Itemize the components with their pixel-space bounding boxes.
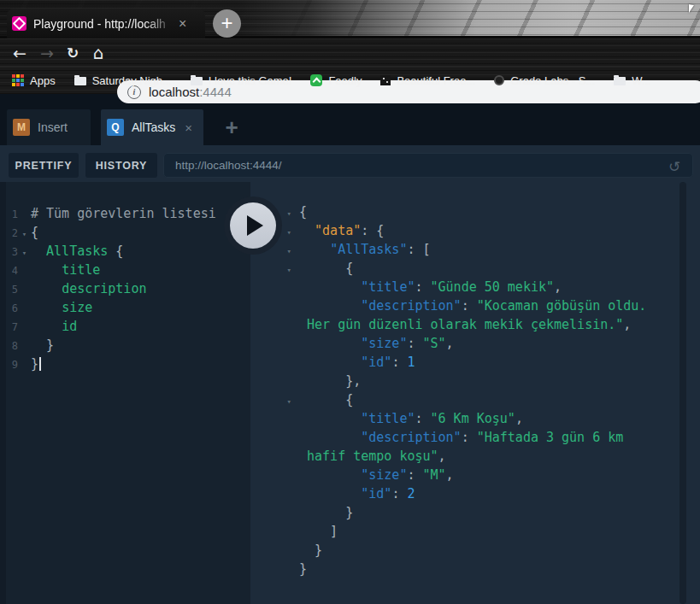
history-button[interactable]: HISTORY	[85, 153, 157, 178]
tab-close-icon[interactable]: ×	[179, 17, 186, 31]
code-token: }	[299, 542, 322, 558]
code-token: ]	[299, 524, 338, 539]
line-number: 2	[7, 224, 18, 243]
code-token: :	[407, 467, 422, 483]
code-token: Her gün düzenli olarak mekik çekmelisin.…	[299, 317, 623, 332]
bookmark-label: Apps	[30, 74, 56, 87]
forward-icon[interactable]: →	[34, 38, 60, 67]
bookmark-item[interactable]: W...	[614, 74, 650, 87]
editor-code-line: 3▾ AllTasks {	[0, 242, 250, 261]
code-token: ,	[515, 411, 523, 426]
code-token	[299, 430, 361, 445]
plus-icon: +	[221, 13, 232, 33]
code-token	[31, 243, 46, 259]
response-scrollbar[interactable]	[679, 182, 686, 604]
response-viewer[interactable]: ▾{▾ "data": {▾ "AllTasks": [▾ { "title":…	[250, 182, 700, 604]
reload-icon[interactable]: ↻	[60, 38, 85, 67]
code-token: :	[415, 279, 430, 295]
home-icon[interactable]: ⌂	[85, 38, 111, 67]
code-token	[299, 298, 361, 314]
bookmark-item[interactable]: Apps	[12, 74, 56, 87]
code-token: :	[462, 430, 477, 445]
editor-code-line: 2▾{	[0, 223, 250, 242]
fold-arrow-icon[interactable]: ▾	[18, 225, 31, 243]
code-token: # Tüm görevlerin listesi	[31, 206, 216, 221]
query-badge: Q	[107, 119, 124, 136]
editor-code-line: 8 }	[0, 336, 250, 355]
prettify-button[interactable]: PRETTIFY	[9, 153, 79, 178]
code-token: "Haftada 3 gün 6 km	[477, 430, 624, 445]
fold-arrow-icon[interactable]: ▾	[250, 261, 291, 279]
code-token: 1	[407, 355, 415, 370]
code-token: }	[31, 337, 54, 353]
browser-tab[interactable]: Playground - http://localh ×	[7, 9, 205, 38]
playground-content: 1# Tüm görevlerin listesi2▾{3▾ AllTasks …	[0, 182, 700, 604]
code-token: : [	[407, 242, 430, 257]
code-token: "Kocaman göbüşün oldu.	[477, 298, 647, 314]
response-code-line: "description": "Kocaman göbüşün oldu.	[250, 296, 700, 315]
code-token: "title"	[361, 411, 415, 426]
editor-code-line: 7 id	[0, 317, 250, 336]
folder-icon	[74, 77, 86, 85]
response-code-line: hafif tempo koşu",	[250, 447, 700, 466]
line-number: 5	[7, 280, 18, 299]
code-token: :	[391, 355, 407, 370]
new-tab-button[interactable]: +	[213, 9, 241, 38]
text-cursor	[39, 357, 41, 371]
code-token: {	[299, 392, 353, 408]
code-token: "Günde 50 mekik"	[431, 279, 555, 295]
code-token: AllTasks	[46, 243, 108, 259]
dark-app-icon	[380, 75, 391, 85]
line-number: 1	[7, 205, 18, 224]
code-token: size	[62, 300, 92, 315]
playground-tab-label: AllTasks	[132, 120, 175, 134]
fold-arrow-icon[interactable]: ▾	[250, 392, 291, 411]
endpoint-url: http://localhost:4444/	[175, 159, 282, 172]
back-icon[interactable]: ←	[7, 38, 32, 67]
refresh-schema-icon[interactable]: ↺	[665, 157, 684, 176]
code-token	[299, 279, 361, 295]
close-tab-icon[interactable]: ×	[185, 120, 192, 135]
code-token: ,	[446, 336, 454, 351]
folder-icon	[191, 77, 203, 85]
editor-code-line: 4 title	[0, 261, 250, 279]
play-icon	[247, 215, 263, 236]
query-editor[interactable]: 1# Tüm görevlerin listesi2▾{3▾ AllTasks …	[0, 182, 250, 604]
bookmark-item[interactable]: Saturday Nigh...	[74, 74, 172, 87]
code-token: ,	[623, 317, 631, 332]
response-code-line: ▾{	[250, 202, 700, 221]
playground-tab-insert[interactable]: M Insert	[7, 109, 91, 145]
response-code-line: "title": "6 Km Koşu",	[250, 409, 700, 428]
bookmark-label: Saturday Nigh...	[92, 74, 172, 87]
response-code-line: }	[250, 560, 700, 578]
code-token: "id"	[361, 355, 391, 370]
code-token: :	[407, 336, 422, 351]
line-number: 3	[7, 243, 18, 261]
playground-tab-alltasks[interactable]: Q AllTasks ×	[101, 109, 203, 145]
code-token: ,	[446, 467, 454, 483]
bookmark-item[interactable]: Grado Labs - S...	[494, 74, 595, 87]
code-token: }	[299, 505, 353, 520]
response-code-line: },	[250, 372, 700, 390]
bookmark-item[interactable]: Feedly	[310, 74, 362, 87]
response-code-line: ]	[250, 522, 700, 541]
bookmark-item[interactable]: I love this Game!	[191, 74, 292, 87]
endpoint-input[interactable]: http://localhost:4444/ ↺	[163, 153, 693, 178]
code-token: 2	[407, 486, 415, 501]
response-code-line: ▾ {	[250, 390, 700, 409]
code-token: "description"	[361, 430, 461, 445]
add-playground-tab-button[interactable]: +	[212, 109, 251, 145]
code-token: "data"	[315, 223, 361, 238]
response-code-line: "id": 2	[250, 484, 700, 503]
code-token	[299, 467, 361, 483]
playground-tab-label: Insert	[38, 120, 68, 134]
bookmark-item[interactable]: Beautiful Free...	[380, 74, 475, 87]
code-token: title	[62, 262, 100, 278]
response-code-line: ▾ "data": {	[250, 221, 700, 240]
fold-arrow-icon[interactable]: ▾	[18, 243, 31, 262]
execute-query-button[interactable]	[224, 196, 282, 255]
line-number: 9	[7, 355, 18, 374]
line-number: 4	[7, 261, 18, 280]
code-token: "description"	[361, 298, 461, 314]
page-info-icon[interactable]: i	[127, 85, 141, 99]
